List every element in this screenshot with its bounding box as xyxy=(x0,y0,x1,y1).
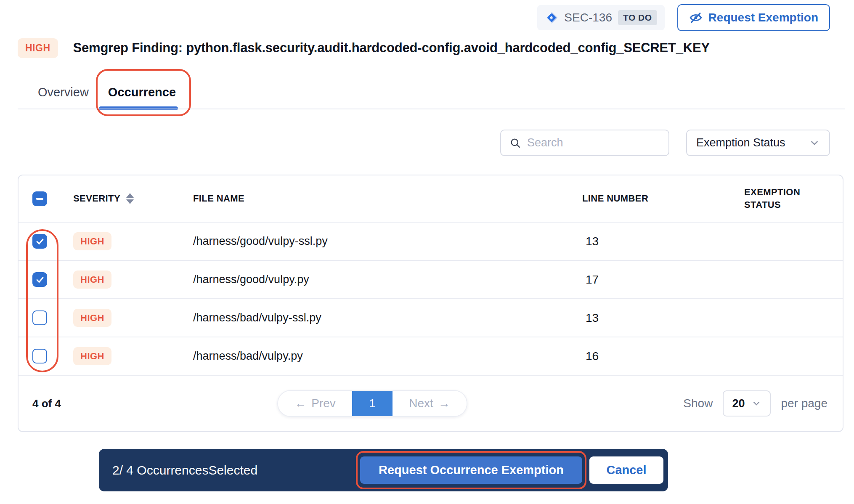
exemption-status-filter[interactable]: Exemption Status xyxy=(686,130,830,156)
row-file-name: /harness/good/vulpy.py xyxy=(193,273,582,286)
request-exemption-label: Request Exemption xyxy=(708,11,818,24)
occurrences-table: SEVERITY FILE NAME LINE NUMBER EXEMPTION… xyxy=(18,175,843,432)
table-footer: 4 of 4 ← Prev 1 Next → Show 20 xyxy=(19,376,843,431)
row-severity-badge: HIGH xyxy=(73,232,111,250)
request-exemption-button[interactable]: Request Exemption xyxy=(677,4,830,31)
jira-icon xyxy=(545,11,558,24)
tabs-divider xyxy=(18,109,845,109)
next-page-button[interactable]: Next → xyxy=(393,391,467,416)
row-line-number: 13 xyxy=(582,235,744,248)
column-header-line-number: LINE NUMBER xyxy=(582,193,744,204)
cancel-button[interactable]: Cancel xyxy=(589,456,663,484)
page-size-select[interactable]: 20 xyxy=(723,390,771,416)
jira-status-badge: TO DO xyxy=(618,10,657,25)
tab-occurrence[interactable]: Occurrence xyxy=(108,85,176,101)
row-severity-badge: HIGH xyxy=(73,309,111,327)
row-line-number: 16 xyxy=(582,350,744,363)
per-page-label: per page xyxy=(781,397,827,410)
show-label: Show xyxy=(683,397,713,410)
request-occurrence-exemption-button[interactable]: Request Occurrence Exemption xyxy=(360,456,582,484)
page-title: Semgrep Finding: python.flask.security.a… xyxy=(73,40,710,56)
chevron-down-icon xyxy=(751,398,761,409)
jira-ticket-key: SEC-136 xyxy=(564,11,612,24)
row-file-name: /harness/good/vulpy-ssl.py xyxy=(193,235,582,248)
check-icon xyxy=(35,275,45,284)
jira-ticket-chip[interactable]: SEC-136 TO DO xyxy=(537,5,664,30)
row-checkbox[interactable] xyxy=(32,310,47,325)
arrow-left-icon: ← xyxy=(294,397,306,410)
arrow-right-icon: → xyxy=(438,397,450,410)
selected-count-label: 2/ 4 OccurrencesSelected xyxy=(112,463,257,477)
table-row[interactable]: HIGH /harness/bad/vulpy-ssl.py 13 xyxy=(19,299,843,337)
chevron-down-icon xyxy=(809,138,820,149)
page-size-control: Show 20 per page xyxy=(683,390,827,416)
search-input[interactable] xyxy=(527,136,660,149)
table-row[interactable]: HIGH /harness/good/vulpy.py 17 xyxy=(19,261,843,299)
select-all-checkbox[interactable] xyxy=(32,191,47,206)
tab-overview[interactable]: Overview xyxy=(38,85,89,101)
pagination: ← Prev 1 Next → xyxy=(277,390,467,417)
eye-slash-icon xyxy=(689,11,703,24)
row-count-label: 4 of 4 xyxy=(32,397,61,410)
exemption-status-filter-label: Exemption Status xyxy=(696,136,785,149)
top-bar: SEC-136 TO DO Request Exemption xyxy=(0,0,854,36)
sort-icon[interactable] xyxy=(126,193,134,204)
finding-title-row: HIGH Semgrep Finding: python.flask.secur… xyxy=(18,36,854,60)
table-header-row: SEVERITY FILE NAME LINE NUMBER EXEMPTION… xyxy=(19,175,843,223)
row-checkbox[interactable] xyxy=(32,234,47,249)
row-line-number: 13 xyxy=(582,311,744,325)
filter-row: Exemption Status xyxy=(0,130,854,156)
prev-page-button[interactable]: ← Prev xyxy=(278,391,352,416)
tabs-bar: Overview Occurrence xyxy=(0,75,854,111)
severity-badge: HIGH xyxy=(18,38,58,58)
row-line-number: 17 xyxy=(582,273,744,286)
page-number-button[interactable]: 1 xyxy=(352,391,393,416)
row-file-name: /harness/bad/vulpy-ssl.py xyxy=(193,311,582,324)
check-icon xyxy=(35,237,45,246)
row-checkbox[interactable] xyxy=(32,349,47,363)
table-row[interactable]: HIGH /harness/bad/vulpy.py 16 xyxy=(19,337,843,376)
row-file-name: /harness/bad/vulpy.py xyxy=(193,350,582,363)
row-severity-badge: HIGH xyxy=(73,347,111,365)
column-header-file-name: FILE NAME xyxy=(193,193,582,204)
column-header-severity[interactable]: SEVERITY xyxy=(73,193,193,204)
search-box[interactable] xyxy=(500,130,669,156)
search-icon xyxy=(509,137,521,149)
table-row[interactable]: HIGH /harness/good/vulpy-ssl.py 13 xyxy=(19,223,843,261)
indeterminate-minus-icon xyxy=(36,198,43,200)
selection-action-bar: 2/ 4 OccurrencesSelected Request Occurre… xyxy=(99,449,668,491)
page-size-value: 20 xyxy=(732,397,745,410)
column-header-exemption-status: EXEMPTION STATUS xyxy=(744,186,830,211)
row-checkbox[interactable] xyxy=(32,272,47,287)
annotation-request-occurrence-exemption: Request Occurrence Exemption xyxy=(356,451,586,489)
tab-occurrence-label: Occurrence xyxy=(108,85,176,99)
row-severity-badge: HIGH xyxy=(73,271,111,289)
